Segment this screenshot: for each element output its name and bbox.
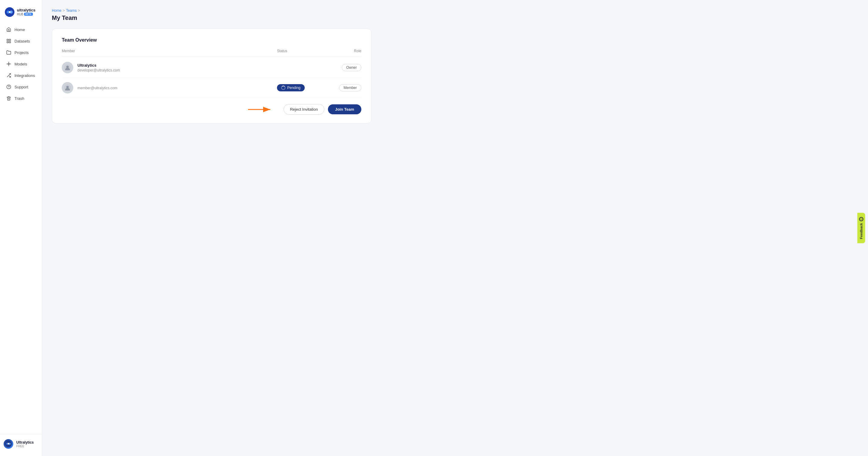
nav-items: Home Datasets Projects — [0, 24, 42, 432]
member-status-2: Pending — [277, 84, 325, 91]
owner-badge: Owner — [342, 64, 361, 71]
member-avatar-1 — [62, 62, 73, 73]
sidebar-bottom: Ultralytics FREE — [0, 434, 42, 451]
header-role: Role — [325, 49, 361, 53]
member-info-2: member@ultralytics.com — [62, 82, 277, 93]
sidebar-item-support-label: Support — [14, 85, 28, 89]
sidebar-item-models-label: Models — [14, 62, 27, 66]
reject-invitation-button[interactable]: Reject Invitation — [284, 104, 324, 115]
svg-rect-5 — [9, 39, 10, 41]
pending-spinner — [281, 86, 285, 90]
feedback-icon: ☺ — [859, 217, 863, 221]
sidebar-item-home[interactable]: Home — [2, 24, 39, 35]
sidebar-item-datasets[interactable]: Datasets — [2, 36, 39, 47]
header-status: Status — [277, 49, 325, 53]
beta-badge: BETA — [24, 13, 33, 16]
member-email-2: member@ultralytics.com — [78, 86, 117, 90]
sidebar-item-projects-label: Projects — [14, 50, 29, 55]
sidebar-item-trash-label: Trash — [14, 96, 24, 101]
table-header: Member Status Role — [62, 49, 361, 56]
sidebar-item-datasets-label: Datasets — [14, 39, 30, 44]
sidebar-item-integrations-label: Integrations — [14, 73, 35, 78]
breadcrumb-home[interactable]: Home — [52, 8, 61, 13]
svg-rect-7 — [9, 41, 10, 43]
integrations-icon — [6, 73, 11, 78]
user-plan: FREE — [16, 445, 34, 448]
home-icon — [6, 27, 11, 32]
sidebar-item-home-label: Home — [14, 27, 25, 32]
member-email-1: developer@ultralytics.com — [78, 68, 120, 73]
page-title: My Team — [52, 15, 858, 21]
arrow-annotation — [247, 105, 274, 114]
projects-icon — [6, 50, 11, 55]
sidebar-item-models[interactable]: Models — [2, 58, 39, 69]
feedback-label: Feedback — [859, 223, 863, 239]
breadcrumb: Home > Teams > — [52, 8, 858, 13]
app-hub: HUB — [17, 13, 23, 16]
user-info[interactable]: Ultralytics FREE — [4, 439, 38, 449]
member-name-1: Ultralytics — [78, 63, 120, 67]
member-role-cell-1: Owner — [325, 64, 361, 71]
sidebar-item-support[interactable]: Support — [2, 81, 39, 92]
logo-icon — [5, 7, 14, 17]
team-card-title: Team Overview — [62, 37, 361, 43]
svg-rect-6 — [7, 41, 8, 43]
logo: ultralytics HUB BETA — [0, 5, 42, 24]
trash-icon — [6, 95, 11, 101]
arrow-icon — [247, 105, 274, 114]
table-row: member@ultralytics.com Pending Member — [62, 78, 361, 98]
member-badge: Member — [339, 84, 361, 91]
table-row: Ultralytics developer@ultralytics.com Ow… — [62, 58, 361, 78]
user-name: Ultralytics — [16, 440, 34, 445]
svg-point-20 — [7, 443, 9, 445]
member-info-1: Ultralytics developer@ultralytics.com — [62, 62, 277, 73]
datasets-icon — [6, 38, 11, 44]
header-member: Member — [62, 49, 277, 53]
svg-point-3 — [9, 11, 10, 13]
sidebar-item-projects[interactable]: Projects — [2, 47, 39, 58]
actions-row: Reject Invitation Join Team — [62, 104, 361, 115]
svg-point-22 — [66, 66, 69, 68]
sidebar-item-integrations[interactable]: Integrations — [2, 70, 39, 81]
pending-badge: Pending — [277, 84, 305, 91]
team-card: Team Overview Member Status Role Ultraly… — [52, 29, 371, 123]
breadcrumb-teams[interactable]: Teams — [66, 8, 76, 13]
join-team-button[interactable]: Join Team — [328, 104, 361, 114]
sidebar: ultralytics HUB BETA Home — [0, 0, 42, 456]
svg-rect-4 — [7, 39, 8, 41]
sidebar-item-trash[interactable]: Trash — [2, 93, 39, 104]
support-icon — [6, 84, 11, 90]
member-avatar-2 — [62, 82, 73, 93]
member-role-cell-2: Member — [325, 84, 361, 91]
main-content: Home > Teams > My Team Team Overview Mem… — [42, 0, 868, 456]
app-name: ultralytics — [17, 8, 35, 12]
pending-label: Pending — [287, 86, 301, 90]
avatar — [4, 439, 13, 449]
svg-point-24 — [66, 86, 69, 88]
models-icon — [6, 61, 11, 67]
feedback-tab[interactable]: Feedback ☺ — [857, 212, 865, 243]
